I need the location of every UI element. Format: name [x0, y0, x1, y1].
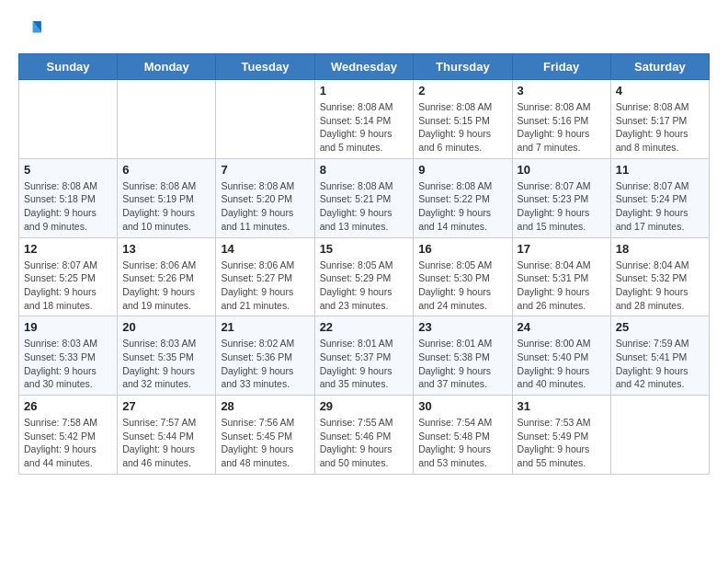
calendar-cell	[610, 396, 709, 475]
day-number: 4	[616, 84, 704, 98]
calendar-cell: 19Sunrise: 8:03 AM Sunset: 5:33 PM Dayli…	[19, 316, 118, 396]
day-number: 1	[320, 84, 409, 98]
day-number: 22	[320, 320, 409, 334]
day-info: Sunrise: 8:08 AM Sunset: 5:20 PM Dayligh…	[221, 179, 309, 234]
weekday-header-saturday: Saturday	[610, 54, 709, 80]
day-info: Sunrise: 8:02 AM Sunset: 5:36 PM Dayligh…	[221, 337, 309, 391]
calendar-cell: 8Sunrise: 8:08 AM Sunset: 5:21 PM Daylig…	[314, 158, 414, 237]
day-number: 16	[418, 242, 506, 256]
day-info: Sunrise: 8:01 AM Sunset: 5:37 PM Dayligh…	[320, 337, 409, 391]
calendar-cell: 10Sunrise: 8:07 AM Sunset: 5:23 PM Dayli…	[512, 158, 610, 237]
day-number: 15	[320, 242, 409, 256]
day-number: 8	[320, 163, 409, 177]
day-number: 23	[418, 320, 506, 334]
day-number: 3	[518, 84, 606, 98]
day-info: Sunrise: 7:56 AM Sunset: 5:45 PM Dayligh…	[221, 416, 309, 470]
day-info: Sunrise: 8:08 AM Sunset: 5:16 PM Dayligh…	[518, 100, 606, 155]
day-info: Sunrise: 8:08 AM Sunset: 5:18 PM Dayligh…	[24, 179, 112, 234]
day-number: 7	[221, 163, 309, 177]
day-info: Sunrise: 8:08 AM Sunset: 5:22 PM Dayligh…	[418, 179, 506, 234]
calendar-week-2: 5Sunrise: 8:08 AM Sunset: 5:18 PM Daylig…	[19, 158, 710, 237]
calendar-cell: 15Sunrise: 8:05 AM Sunset: 5:29 PM Dayli…	[314, 237, 414, 316]
calendar-week-1: 1Sunrise: 8:08 AM Sunset: 5:14 PM Daylig…	[19, 80, 710, 159]
calendar-cell: 30Sunrise: 7:54 AM Sunset: 5:48 PM Dayli…	[414, 396, 512, 475]
day-info: Sunrise: 7:58 AM Sunset: 5:42 PM Dayligh…	[24, 416, 112, 470]
day-info: Sunrise: 8:01 AM Sunset: 5:38 PM Dayligh…	[418, 337, 506, 391]
day-number: 21	[221, 320, 309, 334]
day-info: Sunrise: 8:08 AM Sunset: 5:14 PM Dayligh…	[320, 100, 409, 155]
logo	[18, 18, 48, 44]
day-number: 31	[518, 399, 606, 413]
day-info: Sunrise: 8:05 AM Sunset: 5:30 PM Dayligh…	[418, 259, 506, 313]
calendar-cell: 5Sunrise: 8:08 AM Sunset: 5:18 PM Daylig…	[19, 158, 118, 237]
weekday-row: SundayMondayTuesdayWednesdayThursdayFrid…	[19, 54, 710, 80]
day-info: Sunrise: 8:08 AM Sunset: 5:17 PM Dayligh…	[616, 100, 704, 155]
day-info: Sunrise: 8:07 AM Sunset: 5:25 PM Dayligh…	[24, 259, 112, 313]
calendar-week-3: 12Sunrise: 8:07 AM Sunset: 5:25 PM Dayli…	[19, 237, 710, 316]
calendar-table: SundayMondayTuesdayWednesdayThursdayFrid…	[18, 53, 710, 475]
day-number: 18	[616, 242, 704, 256]
calendar-cell: 3Sunrise: 8:08 AM Sunset: 5:16 PM Daylig…	[512, 80, 610, 159]
day-number: 13	[122, 242, 210, 256]
weekday-header-monday: Monday	[118, 54, 216, 80]
day-number: 19	[24, 320, 112, 334]
calendar-cell: 1Sunrise: 8:08 AM Sunset: 5:14 PM Daylig…	[314, 80, 414, 159]
day-info: Sunrise: 7:54 AM Sunset: 5:48 PM Dayligh…	[418, 416, 506, 470]
day-info: Sunrise: 8:08 AM Sunset: 5:15 PM Dayligh…	[418, 100, 506, 155]
page-header	[18, 18, 710, 44]
calendar-cell: 31Sunrise: 7:53 AM Sunset: 5:49 PM Dayli…	[512, 396, 610, 475]
calendar-cell: 7Sunrise: 8:08 AM Sunset: 5:20 PM Daylig…	[216, 158, 314, 237]
calendar-body: 1Sunrise: 8:08 AM Sunset: 5:14 PM Daylig…	[19, 80, 710, 475]
calendar-cell: 23Sunrise: 8:01 AM Sunset: 5:38 PM Dayli…	[414, 316, 512, 396]
calendar-cell: 2Sunrise: 8:08 AM Sunset: 5:15 PM Daylig…	[414, 80, 512, 159]
day-info: Sunrise: 8:08 AM Sunset: 5:19 PM Dayligh…	[122, 179, 210, 234]
day-number: 27	[122, 399, 210, 413]
day-info: Sunrise: 8:08 AM Sunset: 5:21 PM Dayligh…	[320, 179, 409, 234]
calendar-cell: 21Sunrise: 8:02 AM Sunset: 5:36 PM Dayli…	[216, 316, 314, 396]
calendar-cell	[19, 80, 118, 159]
calendar-cell: 20Sunrise: 8:03 AM Sunset: 5:35 PM Dayli…	[118, 316, 216, 396]
weekday-header-sunday: Sunday	[19, 54, 118, 80]
calendar-week-4: 19Sunrise: 8:03 AM Sunset: 5:33 PM Dayli…	[19, 316, 710, 396]
day-number: 9	[418, 163, 506, 177]
calendar-cell: 17Sunrise: 8:04 AM Sunset: 5:31 PM Dayli…	[512, 237, 610, 316]
day-number: 24	[518, 320, 606, 334]
day-number: 25	[616, 320, 704, 334]
calendar-cell: 18Sunrise: 8:04 AM Sunset: 5:32 PM Dayli…	[610, 237, 709, 316]
calendar-cell: 22Sunrise: 8:01 AM Sunset: 5:37 PM Dayli…	[314, 316, 414, 396]
day-number: 29	[320, 399, 409, 413]
weekday-header-tuesday: Tuesday	[216, 54, 314, 80]
day-number: 6	[122, 163, 210, 177]
calendar-cell: 4Sunrise: 8:08 AM Sunset: 5:17 PM Daylig…	[610, 80, 709, 159]
calendar-cell	[216, 80, 314, 159]
calendar-cell: 29Sunrise: 7:55 AM Sunset: 5:46 PM Dayli…	[314, 396, 414, 475]
calendar-cell: 27Sunrise: 7:57 AM Sunset: 5:44 PM Dayli…	[118, 396, 216, 475]
calendar-header: SundayMondayTuesdayWednesdayThursdayFrid…	[19, 54, 710, 80]
calendar-cell: 12Sunrise: 8:07 AM Sunset: 5:25 PM Dayli…	[19, 237, 118, 316]
day-info: Sunrise: 8:03 AM Sunset: 5:35 PM Dayligh…	[122, 337, 210, 391]
day-info: Sunrise: 8:00 AM Sunset: 5:40 PM Dayligh…	[518, 337, 606, 391]
day-number: 2	[418, 84, 506, 98]
calendar-cell: 9Sunrise: 8:08 AM Sunset: 5:22 PM Daylig…	[414, 158, 512, 237]
calendar-week-5: 26Sunrise: 7:58 AM Sunset: 5:42 PM Dayli…	[19, 396, 710, 475]
day-number: 12	[24, 242, 112, 256]
calendar-cell: 13Sunrise: 8:06 AM Sunset: 5:26 PM Dayli…	[118, 237, 216, 316]
calendar-cell: 24Sunrise: 8:00 AM Sunset: 5:40 PM Dayli…	[512, 316, 610, 396]
weekday-header-thursday: Thursday	[414, 54, 512, 80]
day-info: Sunrise: 7:53 AM Sunset: 5:49 PM Dayligh…	[518, 416, 606, 470]
day-number: 30	[418, 399, 506, 413]
calendar-cell: 16Sunrise: 8:05 AM Sunset: 5:30 PM Dayli…	[414, 237, 512, 316]
calendar-cell: 26Sunrise: 7:58 AM Sunset: 5:42 PM Dayli…	[19, 396, 118, 475]
day-number: 11	[616, 163, 704, 177]
calendar-cell: 25Sunrise: 7:59 AM Sunset: 5:41 PM Dayli…	[610, 316, 709, 396]
calendar-cell: 11Sunrise: 8:07 AM Sunset: 5:24 PM Dayli…	[610, 158, 709, 237]
day-info: Sunrise: 7:55 AM Sunset: 5:46 PM Dayligh…	[320, 416, 409, 470]
day-info: Sunrise: 8:07 AM Sunset: 5:24 PM Dayligh…	[616, 179, 704, 234]
day-info: Sunrise: 7:57 AM Sunset: 5:44 PM Dayligh…	[122, 416, 210, 470]
day-number: 5	[24, 163, 112, 177]
weekday-header-wednesday: Wednesday	[314, 54, 414, 80]
day-number: 10	[518, 163, 606, 177]
day-info: Sunrise: 8:05 AM Sunset: 5:29 PM Dayligh…	[320, 259, 409, 313]
day-number: 26	[24, 399, 112, 413]
day-number: 20	[122, 320, 210, 334]
